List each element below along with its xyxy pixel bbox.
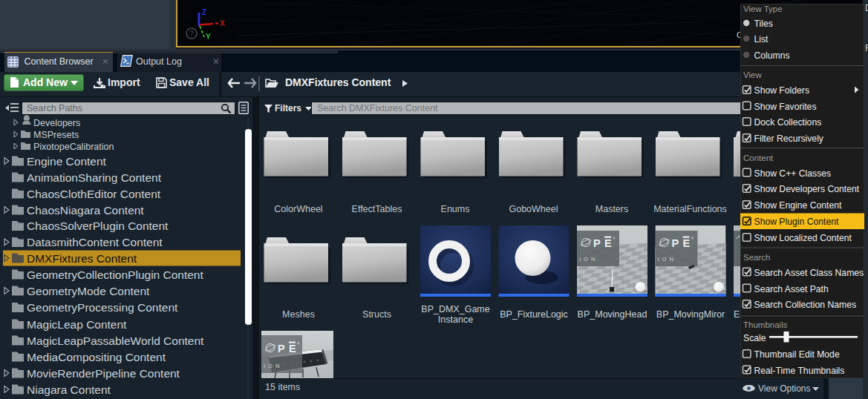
svg-text:Show Favorites: Show Favorites	[754, 102, 817, 112]
svg-text:MovieRenderPipeline Content: MovieRenderPipeline Content	[27, 367, 180, 380]
svg-text:BP_MovingMiror: BP_MovingMiror	[656, 309, 725, 320]
svg-text:GeometryCollectionPlugin Conte: GeometryCollectionPlugin Content	[27, 268, 203, 281]
svg-text:Thumbnail Edit Mode: Thumbnail Edit Mode	[754, 349, 840, 360]
svg-text:List: List	[754, 34, 769, 44]
svg-text:Filter Recursively: Filter Recursively	[754, 133, 824, 144]
svg-text:ChaosClothEditor Content: ChaosClothEditor Content	[27, 188, 161, 200]
svg-text:DatasmithContent Content: DatasmithContent Content	[27, 236, 163, 248]
svg-text:MagicLeap Content: MagicLeap Content	[27, 318, 127, 331]
svg-text:Show Developers Content: Show Developers Content	[754, 184, 860, 194]
svg-text:BP_FixtureLogic: BP_FixtureLogic	[500, 309, 568, 320]
svg-text:MediaCompositing Content: MediaCompositing Content	[27, 351, 166, 363]
svg-text:E: E	[734, 309, 740, 320]
svg-text:GoboWheel: GoboWheel	[509, 204, 558, 214]
svg-text:View: View	[743, 70, 762, 79]
svg-text:ION: ION	[579, 256, 598, 263]
svg-text:MagicLeapPassableWorld Content: MagicLeapPassableWorld Content	[27, 334, 204, 347]
svg-text:GeometryProcessing Content: GeometryProcessing Content	[27, 301, 178, 314]
svg-text:Show Engine Content: Show Engine Content	[754, 200, 843, 211]
svg-text:Show C++ Classes: Show C++ Classes	[754, 168, 832, 179]
svg-text:Instance: Instance	[438, 314, 473, 325]
svg-text:Columns: Columns	[754, 50, 790, 61]
svg-text:Show Plugin Content: Show Plugin Content	[754, 217, 839, 227]
svg-text:Z: Z	[202, 8, 206, 16]
svg-text:BP_MovingHead: BP_MovingHead	[578, 309, 647, 320]
svg-text:View Type: View Type	[743, 4, 783, 13]
svg-text:Search Collection Names: Search Collection Names	[754, 300, 857, 310]
svg-text:EffectTables: EffectTables	[352, 204, 402, 214]
svg-text:ION: ION	[264, 363, 282, 369]
svg-text:Show Localized Content: Show Localized Content	[754, 233, 852, 243]
svg-text:Masters: Masters	[595, 204, 628, 214]
svg-text:ColorWheel: ColorWheel	[274, 204, 322, 214]
svg-text:PixotopeCalibration: PixotopeCalibration	[33, 142, 114, 152]
svg-text:ChaosNiagara Content: ChaosNiagara Content	[27, 204, 144, 217]
svg-text:Thumbnails: Thumbnails	[743, 320, 788, 329]
svg-text:Search Asset Class Names: Search Asset Class Names	[754, 268, 864, 278]
svg-text:Meshes: Meshes	[282, 309, 315, 320]
svg-text:Content: Content	[743, 154, 774, 162]
svg-text:Search Asset Path: Search Asset Path	[754, 284, 829, 294]
svg-text:DMXFixtures Content: DMXFixtures Content	[27, 252, 137, 265]
svg-text:?: ?	[189, 30, 194, 38]
svg-text:Structs: Structs	[362, 309, 391, 320]
svg-text:Show Folders: Show Folders	[754, 85, 810, 96]
svg-text:Dock Collections: Dock Collections	[754, 117, 822, 128]
svg-text:MSPresets: MSPresets	[33, 130, 79, 140]
svg-text:Developers: Developers	[33, 118, 80, 128]
svg-text:Niagara Content: Niagara Content	[27, 383, 111, 396]
svg-text:Y: Y	[206, 33, 211, 41]
svg-text:X: X	[220, 19, 225, 27]
svg-text:ION: ION	[658, 256, 676, 263]
svg-text:Engine Content: Engine Content	[27, 155, 107, 168]
svg-text:GeometryMode Content: GeometryMode Content	[27, 285, 150, 297]
svg-text:AnimationSharing Content: AnimationSharing Content	[27, 171, 162, 184]
svg-text:MaterialFunctions: MaterialFunctions	[653, 204, 727, 214]
svg-text:Enums: Enums	[441, 204, 470, 214]
svg-text:BP_DMX_Game: BP_DMX_Game	[421, 304, 489, 314]
svg-text:Scale: Scale	[743, 333, 766, 343]
svg-text:ChaosSolverPlugin Content: ChaosSolverPlugin Content	[27, 220, 169, 232]
svg-text:Search: Search	[743, 253, 770, 262]
svg-text:Real-Time Thumbnails: Real-Time Thumbnails	[754, 366, 845, 376]
svg-text:Tiles: Tiles	[754, 19, 773, 29]
